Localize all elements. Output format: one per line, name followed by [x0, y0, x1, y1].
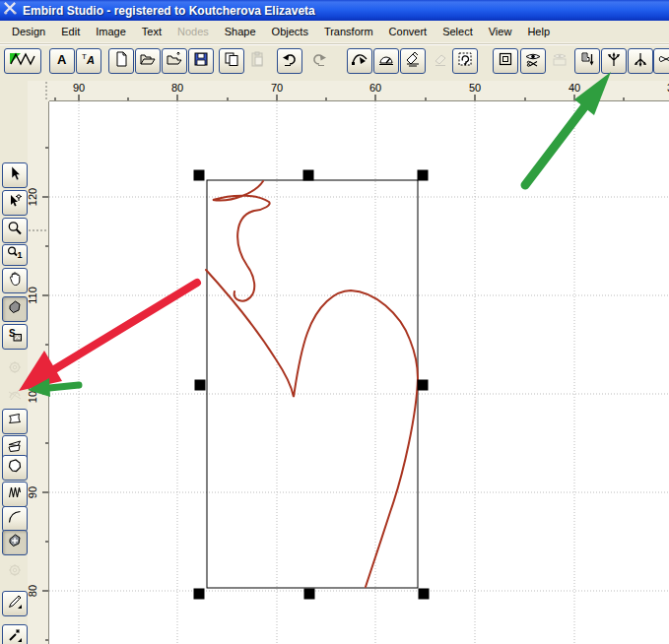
menu-help[interactable]: Help — [519, 22, 558, 41]
branch-up-button[interactable] — [601, 48, 627, 74]
svg-text:80: 80 — [171, 82, 183, 94]
design-canvas[interactable] — [49, 101, 669, 644]
pan-tool[interactable] — [2, 268, 28, 293]
edit-nodes-button[interactable] — [347, 48, 372, 74]
polygon-tool[interactable] — [2, 455, 28, 481]
stitch-order-button[interactable] — [574, 48, 600, 74]
magic-wand-tool[interactable] — [2, 624, 28, 644]
small-text-button[interactable]: TA — [76, 48, 101, 74]
undo-button[interactable] — [277, 48, 302, 74]
menu-convert[interactable]: Convert — [381, 22, 435, 41]
polygon-dark-icon — [7, 299, 23, 319]
edit-points-tool[interactable] — [2, 190, 28, 216]
arc-tool[interactable] — [2, 506, 28, 532]
menu-select[interactable]: Select — [435, 22, 481, 41]
menu-shape[interactable]: Shape — [217, 22, 264, 41]
new-design-button[interactable] — [108, 48, 134, 74]
arc-icon — [7, 509, 23, 529]
svg-text:60: 60 — [369, 82, 381, 94]
selection-handle[interactable] — [304, 589, 315, 600]
copy-icon — [224, 51, 239, 71]
import-design-button[interactable] — [162, 48, 187, 74]
lettering-button[interactable]: A — [49, 48, 75, 74]
eye-scissors-icon — [525, 51, 541, 71]
fill-button[interactable] — [400, 48, 426, 74]
svg-text:90: 90 — [28, 486, 38, 498]
node-cursor-icon — [7, 193, 23, 213]
selection-handle[interactable] — [303, 170, 314, 181]
menu-view[interactable]: View — [481, 22, 520, 41]
import-folder-icon — [167, 51, 182, 71]
menu-text[interactable]: Text — [134, 22, 169, 41]
copy-button[interactable] — [219, 48, 244, 74]
save-design-button[interactable] — [188, 48, 214, 74]
save-icon — [193, 51, 209, 71]
shape-mode-tool[interactable] — [2, 296, 28, 322]
bowtie-icon — [658, 51, 669, 71]
knife-tool[interactable] — [2, 384, 28, 410]
quad-icon — [7, 412, 23, 431]
menu-objects[interactable]: Objects — [264, 22, 316, 41]
selection-handle[interactable] — [194, 589, 205, 600]
redo-button[interactable] — [306, 48, 332, 74]
closed-shape-button[interactable] — [653, 48, 669, 74]
svg-text:A: A — [86, 54, 95, 66]
magnifier-1-icon: 1 — [7, 245, 23, 265]
branch-down-button[interactable] — [628, 48, 653, 74]
selection-handle[interactable] — [194, 170, 205, 181]
menubar: DesignEditImageTextNodesShapeObjectsTran… — [0, 21, 669, 43]
selection-handle[interactable] — [419, 589, 430, 600]
select-tool[interactable] — [2, 162, 28, 188]
paste-button[interactable] — [244, 48, 270, 74]
settings-tool[interactable] — [2, 559, 28, 585]
menu-design[interactable]: Design — [4, 22, 53, 41]
wand-icon — [7, 627, 23, 644]
svg-text:100: 100 — [28, 385, 38, 403]
show-outline-button[interactable] — [547, 48, 572, 74]
zoom-actual-tool[interactable]: 1 — [2, 244, 28, 266]
density-button[interactable] — [373, 48, 399, 74]
text-a-icon: A — [54, 51, 70, 71]
svg-text:80: 80 — [28, 585, 38, 597]
regenerate-button[interactable] — [452, 48, 478, 74]
zigzag-line-tool[interactable] — [2, 482, 28, 507]
eraser-icon — [433, 51, 448, 71]
polygon-plus-icon — [7, 533, 23, 552]
titlebar: Embird Studio - registered to Koutcherov… — [0, 0, 669, 21]
outline-frame-button[interactable] — [493, 48, 518, 74]
menu-transform[interactable]: Transform — [316, 22, 381, 41]
merge-shape-tool[interactable] — [2, 530, 28, 555]
eraser-button[interactable] — [428, 48, 453, 74]
svg-text:120: 120 — [28, 188, 38, 206]
menu-image[interactable]: Image — [88, 22, 134, 41]
column-tool[interactable] — [2, 409, 28, 434]
magnifier-icon — [7, 221, 23, 240]
svg-text:110: 110 — [28, 287, 38, 304]
svg-text:40: 40 — [569, 82, 580, 94]
svg-text:50: 50 — [469, 82, 481, 94]
gear-outline-icon — [7, 359, 23, 379]
sfumato-tool[interactable] — [2, 356, 28, 382]
freehand-draw-tool[interactable] — [2, 591, 28, 616]
menu-nodes: Nodes — [169, 22, 217, 41]
horizontal-ruler: 90807060504030 — [49, 81, 669, 101]
open-design-button[interactable] — [135, 48, 161, 74]
s-image-icon: S — [7, 327, 23, 347]
regenerate-icon — [457, 51, 473, 71]
selection-handle[interactable] — [418, 380, 429, 391]
undo-icon — [282, 51, 298, 71]
glove-down-icon — [579, 51, 595, 71]
ruler-corner — [28, 81, 49, 101]
menu-edit[interactable]: Edit — [53, 22, 88, 41]
branch-up-icon — [606, 51, 622, 71]
branch-down-icon — [633, 51, 648, 71]
selection-handle[interactable] — [418, 170, 429, 181]
crossed-shape-icon — [7, 387, 23, 407]
stitch-mode-button[interactable] — [4, 48, 41, 74]
generate-stitches-tool[interactable]: S — [2, 324, 28, 350]
app-icon — [3, 1, 18, 20]
selection-handle[interactable] — [195, 380, 206, 391]
zoom-tool[interactable] — [2, 218, 28, 243]
pencil-icon — [7, 594, 23, 613]
hide-stitches-button[interactable] — [520, 48, 546, 74]
